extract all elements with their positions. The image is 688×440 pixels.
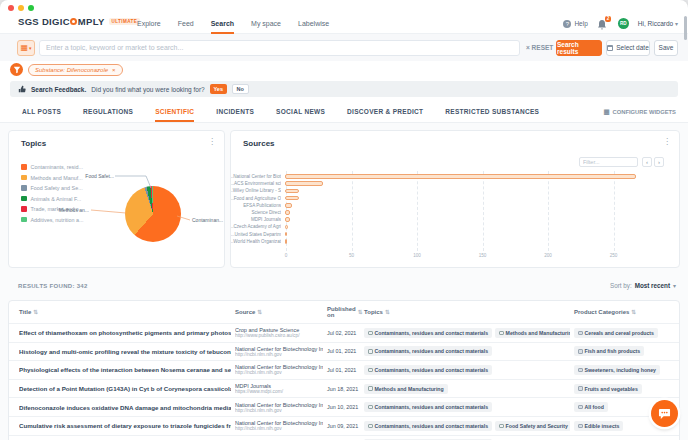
- column-header-topics[interactable]: Topics⇅: [360, 309, 570, 315]
- save-button[interactable]: Save: [654, 40, 678, 56]
- category-tag[interactable]: Edible insects: [574, 421, 623, 431]
- table-row[interactable]: Physiological effects of the interaction…: [9, 360, 679, 379]
- tab-all-posts[interactable]: ALL POSTS: [22, 108, 61, 122]
- nav-item-search[interactable]: Search: [211, 13, 234, 34]
- topics-widget: Topics ⋮ Contaminants, resid...Methods a…: [8, 130, 225, 268]
- column-header-published-on[interactable]: Published on⇅: [323, 306, 360, 318]
- tab-regulations[interactable]: REGULATIONS: [83, 108, 133, 122]
- bar[interactable]: [285, 232, 287, 237]
- source-url[interactable]: http://ncbi.nlm.nih.gov: [235, 352, 323, 357]
- bar[interactable]: [285, 203, 292, 208]
- topics-pie-chart[interactable]: [125, 186, 181, 242]
- topic-tag[interactable]: Methods and Manufacturing: [364, 384, 448, 394]
- column-header-product-categories[interactable]: Product Categories⇅: [570, 309, 671, 315]
- maximize-window-icon[interactable]: [28, 5, 34, 11]
- chat-launcher-button[interactable]: [651, 400, 678, 427]
- bar-label: National Center for Biot...: [231, 174, 281, 179]
- article-title-link[interactable]: Effect of thiamethoxam on photosynthetic…: [19, 329, 231, 336]
- sort-dropdown[interactable]: Sort by: Most recent ▾: [610, 282, 676, 289]
- tab-restricted-substances[interactable]: RESTRICTED SUBSTANCES: [445, 108, 539, 122]
- source-url[interactable]: http://www.publish.csiro.au/cp/: [235, 333, 323, 338]
- bar[interactable]: [285, 225, 288, 230]
- nav-item-my-space[interactable]: My space: [251, 13, 281, 34]
- feedback-title: Search Feedback.: [31, 86, 86, 93]
- window-controls[interactable]: [8, 5, 34, 11]
- table-row[interactable]: Histology and multi-omic profiling revea…: [9, 342, 679, 361]
- source-url[interactable]: http://ncbi.nlm.nih.gov: [235, 370, 323, 375]
- avatar[interactable]: RD: [618, 18, 629, 29]
- article-title-link[interactable]: Difenoconazole induces oxidative DNA dam…: [19, 404, 231, 411]
- configure-widgets-button[interactable]: ▦ CONFIGURE WIDGETS: [603, 108, 676, 116]
- table-row[interactable]: Detection of a Point Mutation (G143A) in…: [9, 379, 679, 398]
- search-category-button[interactable]: ▦▾: [17, 40, 35, 56]
- source-url[interactable]: http://ncbi.nlm.nih.gov: [235, 408, 323, 413]
- source-url[interactable]: http://ncbi.nlm.nih.gov: [235, 426, 323, 431]
- category-tag[interactable]: Sweeteners, including honey: [574, 365, 660, 375]
- help-button[interactable]: ? Help: [563, 20, 587, 28]
- select-date-button[interactable]: Select date: [606, 40, 650, 56]
- substance-filter-chip[interactable]: Substance: Difenoconazole ×: [28, 64, 123, 76]
- bar-label: Science Direct: [231, 210, 281, 215]
- category-tag-label: Fruits and vegetables: [585, 386, 638, 392]
- table-row[interactable]: Cumulative risk assessment of dietary ex…: [9, 416, 679, 435]
- category-tag[interactable]: Fruits and vegetables: [574, 384, 642, 394]
- bar[interactable]: [285, 239, 287, 244]
- topic-tag[interactable]: Contaminants, residues and contact mater…: [364, 346, 492, 356]
- reset-label: RESET: [532, 44, 554, 51]
- widgets-icon: ▦: [603, 108, 609, 116]
- topic-tag[interactable]: Methods and Manufacturing: [495, 328, 570, 338]
- category-icon: [578, 331, 583, 336]
- sort-arrows-icon[interactable]: ⇅: [631, 309, 636, 315]
- topic-tag[interactable]: Food Safety and Security: [495, 421, 570, 431]
- close-icon[interactable]: ×: [112, 67, 116, 73]
- app-logo[interactable]: SGS DIGICMPLY ULTIMATE: [18, 16, 140, 27]
- bar[interactable]: [285, 217, 290, 222]
- bar[interactable]: [285, 181, 323, 186]
- bar[interactable]: [285, 210, 290, 215]
- topic-tag[interactable]: Contaminants, residues and contact mater…: [364, 328, 492, 338]
- topic-tag[interactable]: Contaminants, residues and contact mater…: [364, 402, 492, 412]
- user-menu[interactable]: Hi, Riccardo ▾: [638, 20, 678, 27]
- nav-item-feed[interactable]: Feed: [178, 13, 194, 34]
- article-title-link[interactable]: Detection of a Point Mutation (G143A) in…: [19, 385, 231, 392]
- reset-button[interactable]: × RESET: [526, 44, 553, 51]
- published-cell: Jun 10, 2021: [323, 404, 360, 410]
- tab-social-news[interactable]: SOCIAL NEWS: [276, 108, 325, 122]
- nav-item-explore[interactable]: Explore: [137, 13, 161, 34]
- sort-arrows-icon[interactable]: ⇅: [257, 309, 262, 315]
- nav-item-labelwise[interactable]: Labelwise: [298, 13, 329, 34]
- table-row[interactable]: Effect of thiamethoxam on photosynthetic…: [9, 323, 679, 342]
- scrollbar[interactable]: [684, 16, 687, 40]
- feedback-no-button[interactable]: No: [232, 84, 249, 94]
- article-title-link[interactable]: Histology and multi-omic profiling revea…: [19, 348, 231, 355]
- search-results-button[interactable]: Search results: [556, 40, 602, 56]
- table-row[interactable]: National Center for Biotechnology Info..…: [9, 435, 679, 440]
- bar[interactable]: [285, 196, 299, 201]
- topics-menu-icon[interactable]: ⋮: [208, 137, 216, 146]
- tab-incidents[interactable]: INCIDENTS: [216, 108, 254, 122]
- tab-scientific[interactable]: SCIENTIFIC: [155, 108, 194, 122]
- bar[interactable]: [285, 174, 636, 179]
- article-title-link[interactable]: Physiological effects of the interaction…: [19, 366, 231, 373]
- close-window-icon[interactable]: [8, 5, 14, 11]
- topic-tag[interactable]: Contaminants, residues and contact mater…: [364, 365, 492, 375]
- category-tag[interactable]: All food: [574, 402, 608, 412]
- filter-toggle-button[interactable]: [10, 63, 23, 76]
- feedback-yes-button[interactable]: Yes: [210, 84, 227, 94]
- article-title-link[interactable]: Cumulative risk assessment of dietary ex…: [19, 422, 231, 429]
- column-header-source[interactable]: Source⇅: [231, 309, 323, 315]
- column-header-title[interactable]: Title⇅: [9, 309, 231, 315]
- category-tag[interactable]: Fish and fish products: [574, 346, 644, 356]
- topic-tag[interactable]: Contaminants, residues and contact mater…: [364, 421, 492, 431]
- topic-tag-label: Methods and Manufacturing: [375, 386, 444, 392]
- sort-arrows-icon[interactable]: ⇅: [33, 309, 38, 315]
- bar[interactable]: [285, 189, 299, 194]
- minimize-window-icon[interactable]: [18, 5, 24, 11]
- tab-discover-predict[interactable]: DISCOVER & PREDICT: [347, 108, 423, 122]
- table-row[interactable]: Difenoconazole induces oxidative DNA dam…: [9, 397, 679, 416]
- sort-arrows-icon[interactable]: ⇅: [385, 309, 390, 315]
- notifications-button[interactable]: 2: [597, 17, 609, 31]
- source-url[interactable]: https://www.mdpi.com/: [235, 389, 323, 394]
- search-input[interactable]: [39, 40, 520, 56]
- category-tag[interactable]: Cereals and cereal products: [574, 328, 658, 338]
